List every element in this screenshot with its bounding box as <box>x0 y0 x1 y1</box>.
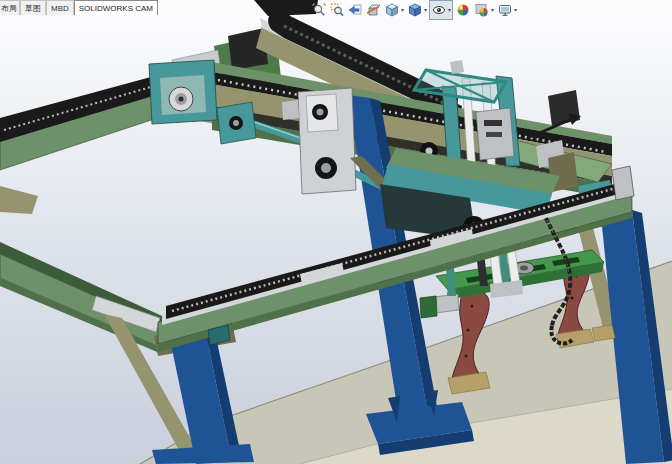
shaded-cube-icon <box>408 3 422 17</box>
tower-top-fitting <box>450 60 464 74</box>
section-cube-icon <box>366 3 380 17</box>
edit-appearance-button[interactable] <box>454 1 472 19</box>
heads-up-toolbar: ▾ ▾ ▾ <box>310 1 519 18</box>
view-orientation-dropdown[interactable]: ▾ <box>401 7 404 13</box>
display-style-dropdown[interactable]: ▾ <box>424 7 427 13</box>
graphics-viewport[interactable] <box>0 0 672 464</box>
tab-layout[interactable]: 布局 <box>0 0 20 15</box>
zoom-to-area-button[interactable] <box>328 1 346 19</box>
appearance-ball-icon <box>456 3 470 17</box>
apply-scene-dropdown[interactable]: ▾ <box>491 7 494 13</box>
section-view-button[interactable] <box>364 1 382 19</box>
view-settings-dropdown[interactable]: ▾ <box>514 7 517 13</box>
rail-end-gearbox[interactable] <box>149 60 217 124</box>
view-settings-button[interactable] <box>496 1 514 19</box>
magnifier-icon <box>312 3 326 17</box>
solidworks-window: 布局 草图 MBD SOLIDWORKS CAM <box>0 0 672 464</box>
zoom-to-fit-button[interactable] <box>310 1 328 19</box>
hide-show-items-button[interactable]: ▾ <box>429 0 453 20</box>
rail-end-stop <box>612 166 634 200</box>
previous-view-button[interactable] <box>346 1 364 19</box>
tab-sketch[interactable]: 草图 <box>20 0 46 15</box>
monitor-icon <box>498 3 512 17</box>
tab-solidworks-cam[interactable]: SOLIDWORKS CAM <box>74 0 158 15</box>
view-orientation-button[interactable] <box>383 1 401 19</box>
apply-scene-button[interactable] <box>473 1 491 19</box>
commandmanager-tabbar: 布局 草图 MBD SOLIDWORKS CAM <box>0 0 158 15</box>
cube-icon <box>385 3 399 17</box>
eye-icon <box>432 3 446 17</box>
scene-ball-icon <box>475 3 489 17</box>
magnifier-area-icon <box>330 3 344 17</box>
hide-show-items-dropdown[interactable]: ▾ <box>448 7 451 13</box>
back-arrow-icon <box>348 3 362 17</box>
tab-mbd[interactable]: MBD <box>46 0 74 15</box>
gearbox-stub-shaft <box>282 100 299 120</box>
display-style-button[interactable] <box>406 1 424 19</box>
